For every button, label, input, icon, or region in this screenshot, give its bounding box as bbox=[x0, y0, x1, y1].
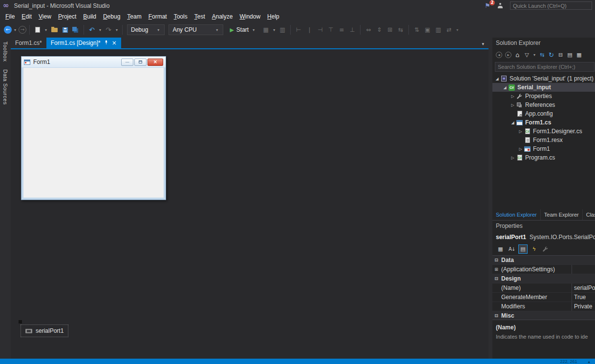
data-sources-tab[interactable]: Data Sources bbox=[2, 69, 8, 105]
toolbox-tab[interactable]: Toolbox bbox=[2, 41, 8, 61]
quick-launch-input[interactable] bbox=[510, 1, 592, 10]
menu-analyze[interactable]: Analyze bbox=[209, 12, 236, 21]
menu-window[interactable]: Window bbox=[236, 12, 264, 21]
filter-caret-icon[interactable]: ▾ bbox=[532, 53, 537, 57]
property-pages-icon[interactable] bbox=[541, 244, 550, 254]
align-centers-icon[interactable]: ∣ bbox=[304, 24, 314, 35]
expander-expanded-icon[interactable]: ◢ bbox=[502, 85, 508, 90]
undo-caret-icon[interactable]: ▾ bbox=[98, 28, 103, 32]
make-same-size-icon[interactable]: ⊞ bbox=[385, 24, 395, 35]
horizontal-spacing-icon[interactable]: ⇆ bbox=[396, 24, 405, 35]
tree-item-form1-class[interactable]: ▷ Form1 bbox=[492, 144, 595, 153]
menu-format[interactable]: Format bbox=[145, 12, 170, 21]
properties-object-selector[interactable]: serialPort1System.IO.Ports.SerialPort bbox=[492, 232, 595, 243]
collapse-box-icon[interactable]: ⊟ bbox=[492, 276, 500, 281]
feedback-icon[interactable] bbox=[497, 3, 503, 8]
tab-solution-explorer[interactable]: Solution Explorer bbox=[492, 209, 541, 220]
redo-button[interactable]: ↷ bbox=[104, 24, 113, 35]
forward-icon[interactable]: ▸ bbox=[504, 51, 512, 59]
align-rights-icon[interactable]: ⊣ bbox=[315, 24, 325, 35]
collapse-box-icon[interactable]: ⊟ bbox=[492, 258, 500, 263]
form-close-button[interactable]: × bbox=[148, 59, 163, 66]
notifications-flag-icon[interactable]: ⚑ 2 bbox=[485, 2, 490, 9]
category-row-data[interactable]: ⊟ Data bbox=[492, 256, 595, 265]
align-tops-icon[interactable]: ⊤ bbox=[326, 24, 336, 35]
bring-to-front-icon[interactable]: ▣ bbox=[423, 24, 432, 35]
expander-collapsed-icon[interactable]: ▷ bbox=[510, 156, 515, 160]
form-minimize-button[interactable]: — bbox=[121, 59, 133, 66]
tree-item-form1-designer-cs[interactable]: ▷ C# Form1.Designer.cs bbox=[492, 127, 595, 136]
open-file-button[interactable] bbox=[49, 24, 59, 35]
expander-collapsed-icon[interactable]: ▷ bbox=[518, 129, 523, 134]
navigate-backward-button[interactable]: ← bbox=[4, 26, 12, 34]
save-all-button[interactable] bbox=[71, 24, 81, 35]
category-row-misc[interactable]: ⊟ Misc bbox=[492, 311, 595, 320]
solution-configurations-dropdown[interactable]: Debug▾ bbox=[127, 24, 165, 35]
properties-header[interactable]: Properties bbox=[492, 221, 595, 232]
menu-file[interactable]: File bbox=[2, 12, 18, 21]
expander-collapsed-icon[interactable]: ▷ bbox=[510, 103, 515, 107]
property-row-generatemember[interactable]: GenerateMember True bbox=[492, 293, 595, 302]
expander-collapsed-icon[interactable]: ▷ bbox=[510, 94, 515, 99]
property-row-applicationsettings[interactable]: ⊞ (ApplicationSettings) bbox=[492, 265, 595, 274]
menu-debug[interactable]: Debug bbox=[100, 12, 124, 21]
tab-form1-cs-design[interactable]: Form1.cs [Design]* × bbox=[46, 38, 121, 48]
solution-explorer-header[interactable]: Solution Explorer bbox=[492, 38, 595, 49]
design-form-window[interactable]: Form1 — × bbox=[21, 56, 166, 200]
collapse-all-icon[interactable]: ⊟ bbox=[556, 51, 565, 59]
tree-item-form1-cs[interactable]: ◢ Form1.cs bbox=[492, 118, 595, 127]
component-tray-grip[interactable] bbox=[19, 320, 22, 324]
redo-caret-icon[interactable]: ▾ bbox=[114, 28, 119, 32]
menu-edit[interactable]: Edit bbox=[18, 12, 35, 21]
tree-item-form1-resx[interactable]: Form1.resx bbox=[492, 136, 595, 144]
new-item-button[interactable] bbox=[33, 24, 42, 35]
misc-tool-icon-2[interactable]: ▥ bbox=[277, 24, 287, 35]
panel-splitter[interactable] bbox=[489, 38, 492, 359]
design-form-titlebar[interactable]: Form1 — × bbox=[21, 57, 166, 67]
align-lefts-icon[interactable]: ⊢ bbox=[294, 24, 303, 35]
tree-item-app-config[interactable]: App.config bbox=[492, 109, 595, 118]
tray-component-serialport1[interactable]: serialPort1 bbox=[21, 324, 68, 337]
tree-item-references[interactable]: ▷ References bbox=[492, 101, 595, 109]
refresh-icon[interactable]: ↻ bbox=[547, 51, 555, 59]
save-button[interactable] bbox=[60, 24, 70, 35]
toolbar-overflow-icon[interactable]: ▾ bbox=[455, 28, 460, 32]
back-icon[interactable]: ◂ bbox=[495, 51, 503, 59]
close-icon[interactable]: × bbox=[112, 40, 117, 45]
property-row-name[interactable]: (Name) serialPort1 bbox=[492, 283, 595, 293]
collapse-box-icon[interactable]: ⊟ bbox=[492, 313, 500, 318]
form-maximize-button[interactable] bbox=[134, 59, 147, 66]
menu-project[interactable]: Project bbox=[55, 12, 80, 21]
filter-icon[interactable]: ▽ bbox=[523, 51, 531, 59]
chevron-up-icon[interactable]: ▴ bbox=[588, 359, 590, 364]
tree-item-project-serial-input[interactable]: ◢ C# Serial_input bbox=[492, 83, 595, 92]
menu-team[interactable]: Team bbox=[124, 12, 145, 21]
vertical-spacing-icon[interactable]: ⇅ bbox=[412, 24, 422, 35]
new-item-caret-icon[interactable]: ▾ bbox=[43, 28, 48, 32]
align-middles-icon[interactable]: ≡ bbox=[337, 24, 346, 35]
make-same-height-icon[interactable]: ⇕ bbox=[374, 24, 384, 35]
tree-item-solution[interactable]: ◢ Solution 'Serial_input' (1 project) bbox=[492, 74, 595, 83]
make-same-width-icon[interactable]: ⇔ bbox=[363, 24, 373, 35]
menu-build[interactable]: Build bbox=[80, 12, 100, 21]
property-row-modifiers[interactable]: Modifiers Private bbox=[492, 302, 595, 311]
menu-test[interactable]: Test bbox=[191, 12, 209, 21]
start-debugging-button[interactable]: ▶ Start ▾ bbox=[226, 24, 260, 35]
solution-explorer-search-input[interactable] bbox=[495, 62, 595, 72]
align-bottoms-icon[interactable]: ⊥ bbox=[347, 24, 357, 35]
tab-order-icon[interactable]: ⇄ bbox=[444, 24, 454, 35]
sync-with-active-document-icon[interactable]: ⇆ bbox=[538, 51, 546, 59]
show-all-files-icon[interactable]: ▤ bbox=[566, 51, 574, 59]
events-icon[interactable]: ϟ bbox=[530, 244, 539, 254]
pin-icon[interactable] bbox=[104, 40, 108, 46]
chevron-down-icon[interactable]: ▾ bbox=[272, 28, 276, 32]
tree-item-program-cs[interactable]: ▷ C# Program.cs bbox=[492, 153, 595, 162]
tab-class-view[interactable]: Clas bbox=[583, 209, 595, 220]
tab-team-explorer[interactable]: Team Explorer bbox=[541, 209, 583, 220]
solution-platforms-dropdown[interactable]: Any CPU▾ bbox=[169, 24, 223, 35]
misc-tool-icon-1[interactable]: ▦ bbox=[261, 24, 271, 35]
expander-expanded-icon[interactable]: ◢ bbox=[494, 77, 500, 81]
expand-box-icon[interactable]: ⊞ bbox=[492, 267, 500, 272]
document-list-caret-icon[interactable]: ▾ bbox=[482, 41, 489, 48]
navigate-forward-button[interactable]: → bbox=[19, 26, 26, 34]
